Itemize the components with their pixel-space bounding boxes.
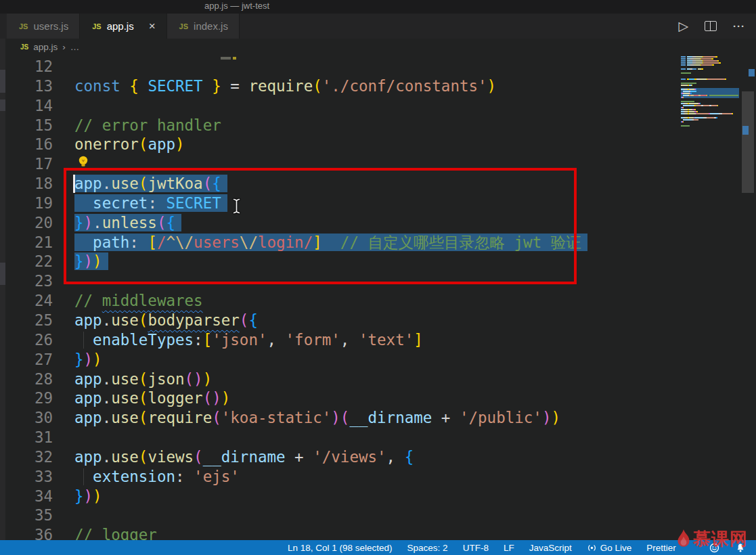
line-number: 14 bbox=[0, 96, 53, 116]
code-text: app.use(bodyparser({ bbox=[53, 311, 258, 330]
line-number: 34 bbox=[0, 487, 53, 506]
line-number: 30 bbox=[0, 408, 53, 428]
overview-selection-marker bbox=[749, 69, 755, 76]
code-line[interactable]: 26 enableTypes:['json', 'form', 'text'] bbox=[0, 330, 756, 350]
status-label: Go Live bbox=[600, 543, 632, 553]
status-bar: Ln 18, Col 1 (98 selected)Spaces: 2UTF-8… bbox=[0, 540, 756, 555]
scrollbar-thumb[interactable] bbox=[742, 91, 754, 193]
left-strip-block bbox=[0, 70, 5, 93]
line-number: 31 bbox=[0, 428, 53, 447]
js-file-icon: JS bbox=[19, 22, 28, 30]
status-label: Spaces: 2 bbox=[407, 543, 448, 553]
breadcrumb: JS app.js › … bbox=[0, 39, 756, 56]
more-actions-icon[interactable]: ··· bbox=[733, 20, 745, 32]
tab-app.js[interactable]: JSapp.js× bbox=[80, 14, 166, 39]
status-prettier[interactable]: Prettier bbox=[646, 543, 676, 553]
code-line[interactable]: 28app.use(json()) bbox=[0, 370, 756, 389]
indent-guide bbox=[83, 468, 84, 485]
code-line[interactable]: 24// middlewares bbox=[0, 291, 756, 311]
line-number: 13 bbox=[0, 76, 53, 96]
code-editor[interactable]: 1213const { SECRET } = require('./conf/c… bbox=[0, 56, 756, 540]
status-eol[interactable]: LF bbox=[504, 543, 514, 553]
status-label: Ln 18, Col 1 (98 selected) bbox=[288, 543, 393, 553]
line-number: 29 bbox=[0, 388, 53, 408]
minimap-line bbox=[681, 125, 739, 127]
code-text: app.use(json()) bbox=[53, 370, 212, 389]
code-text: extension: 'ejs' bbox=[53, 467, 240, 487]
code-line[interactable]: 25app.use(bodyparser({ bbox=[0, 311, 756, 330]
tab-users.js[interactable]: JSusers.js bbox=[7, 14, 80, 39]
editor-actions: ▷ ··· bbox=[678, 14, 745, 39]
status-encoding[interactable]: UTF-8 bbox=[463, 543, 489, 553]
code-text: app.use(logger()) bbox=[53, 388, 230, 408]
code-text: onerror(app) bbox=[53, 135, 185, 154]
code-line[interactable]: 15// error handler bbox=[0, 116, 756, 135]
code-line[interactable]: 29app.use(logger()) bbox=[0, 388, 756, 408]
code-line[interactable]: 14 bbox=[0, 96, 756, 116]
red-annotation-box bbox=[64, 168, 577, 284]
breadcrumb-symbol-ellipsis[interactable]: … bbox=[70, 42, 80, 52]
tab-index.js[interactable]: JSindex.js bbox=[167, 14, 240, 39]
code-line[interactable]: 36// logger bbox=[0, 525, 756, 540]
left-strip-block bbox=[0, 99, 5, 111]
status-indentation[interactable]: Spaces: 2 bbox=[407, 543, 448, 553]
code-line[interactable]: 34})) bbox=[0, 487, 756, 506]
breadcrumb-file[interactable]: app.js bbox=[33, 42, 58, 52]
js-file-icon: JS bbox=[20, 43, 28, 51]
js-file-icon: JS bbox=[92, 22, 101, 30]
code-line[interactable]: 33 extension: 'ejs' bbox=[0, 467, 756, 487]
code-text bbox=[53, 506, 74, 525]
code-line[interactable]: 31 bbox=[0, 428, 756, 447]
line-number: 27 bbox=[0, 350, 53, 370]
status-label: JavaScript bbox=[529, 543, 572, 553]
broadcast-icon bbox=[587, 543, 597, 553]
code-text bbox=[53, 96, 74, 116]
indent-guide bbox=[83, 332, 84, 349]
code-lines: 1213const { SECRET } = require('./conf/c… bbox=[0, 56, 756, 540]
code-line[interactable]: 32app.use(views(__dirname + '/views', { bbox=[0, 447, 756, 467]
code-line[interactable]: 13const { SECRET } = require('./conf/con… bbox=[0, 76, 756, 96]
line-number: 17 bbox=[0, 154, 53, 174]
notifications-bell-icon[interactable] bbox=[736, 543, 745, 553]
split-editor-icon[interactable] bbox=[705, 21, 717, 31]
tab-label: users.js bbox=[33, 20, 68, 32]
title-bar: app.js — jwt-test bbox=[0, 0, 756, 14]
line-number: 12 bbox=[0, 57, 53, 76]
tab-label: index.js bbox=[194, 20, 228, 32]
status-label: LF bbox=[504, 543, 514, 553]
close-tab-icon[interactable]: × bbox=[149, 20, 156, 32]
tab-strip: JSusers.jsJSapp.js×JSindex.js bbox=[0, 14, 756, 39]
scrollbar-track[interactable] bbox=[740, 14, 756, 540]
status-bar-right bbox=[709, 540, 745, 555]
line-number: 15 bbox=[0, 116, 53, 135]
line-number: 18 bbox=[0, 174, 53, 194]
left-panel-edge bbox=[0, 14, 5, 540]
line-number: 21 bbox=[0, 233, 53, 252]
line-number: 16 bbox=[0, 135, 53, 154]
status-label: UTF-8 bbox=[463, 543, 489, 553]
line-number: 36 bbox=[0, 525, 53, 540]
run-code-icon[interactable]: ▷ bbox=[678, 20, 688, 32]
line-number: 19 bbox=[0, 194, 53, 213]
status-language-mode[interactable]: JavaScript bbox=[529, 543, 572, 553]
breadcrumb-chevron-icon: › bbox=[62, 42, 66, 52]
minimap[interactable] bbox=[681, 53, 739, 127]
code-text: })) bbox=[53, 350, 102, 370]
code-text bbox=[53, 428, 74, 447]
code-text: enableTypes:['json', 'form', 'text'] bbox=[53, 330, 423, 350]
status-go-live[interactable]: Go Live bbox=[587, 543, 632, 553]
line-number: 26 bbox=[0, 330, 53, 350]
code-text: // logger bbox=[53, 525, 157, 540]
line-number: 22 bbox=[0, 252, 53, 271]
code-line[interactable]: 35 bbox=[0, 506, 756, 525]
status-cursor-position[interactable]: Ln 18, Col 1 (98 selected) bbox=[288, 543, 393, 553]
code-text: })) bbox=[53, 487, 102, 506]
code-line[interactable]: 27})) bbox=[0, 350, 756, 370]
lightbulb-quickfix-icon[interactable] bbox=[77, 155, 89, 171]
mouse-ibeam-cursor bbox=[232, 198, 241, 217]
code-line[interactable]: 16onerror(app) bbox=[0, 135, 756, 154]
code-text: app.use(require('koa-static')(__dirname … bbox=[53, 408, 560, 428]
feedback-smiley-icon[interactable] bbox=[709, 543, 719, 553]
code-line[interactable]: 12 bbox=[0, 57, 756, 76]
code-line[interactable]: 30app.use(require('koa-static')(__dirnam… bbox=[0, 408, 756, 428]
